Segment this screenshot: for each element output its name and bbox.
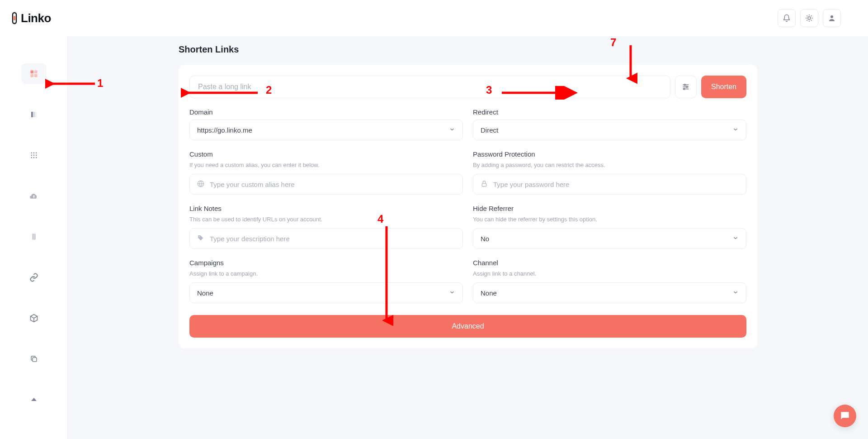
- topbar-actions: [778, 9, 868, 27]
- svg-line-9: [807, 20, 807, 20]
- shorten-card: Shorten Domain https://go.linko.me: [179, 65, 757, 348]
- svg-rect-16: [31, 112, 33, 117]
- notes-label: Link Notes: [189, 205, 463, 212]
- notes-input[interactable]: [210, 235, 455, 243]
- svg-point-20: [33, 153, 34, 153]
- globe-icon: [197, 180, 204, 189]
- svg-point-2: [808, 17, 811, 19]
- link-icon: [29, 273, 38, 282]
- url-row: Shorten: [189, 76, 746, 98]
- sidebar-item-device[interactable]: [21, 226, 47, 247]
- lock-icon: [481, 180, 488, 189]
- channel-value: None: [481, 289, 497, 297]
- chat-icon: [839, 410, 851, 422]
- notes-field: Link Notes This can be used to identify …: [189, 205, 463, 249]
- theme-toggle-button[interactable]: [800, 9, 818, 27]
- svg-point-25: [31, 157, 32, 158]
- hide-referrer-label: Hide Referrer: [473, 205, 746, 212]
- svg-point-33: [686, 86, 688, 88]
- sliders-icon: [682, 83, 690, 91]
- box-icon: [29, 314, 38, 323]
- page-title: Shorten Links: [179, 44, 757, 55]
- svg-point-23: [33, 155, 34, 156]
- shorten-button[interactable]: Shorten: [701, 76, 746, 98]
- content-scroll[interactable]: Shorten Links Shorten Domain: [68, 36, 868, 439]
- domain-value: https://go.linko.me: [197, 126, 252, 134]
- sidebar: [0, 36, 68, 439]
- topbar: Linko: [0, 0, 868, 36]
- svg-rect-15: [34, 74, 37, 77]
- channel-label: Channel: [473, 259, 746, 267]
- svg-point-26: [33, 157, 34, 158]
- advanced-button[interactable]: Advanced: [189, 315, 746, 338]
- tag-icon: [197, 234, 204, 243]
- sidebar-item-links[interactable]: [21, 267, 47, 288]
- chevron-down-icon: [732, 289, 739, 297]
- custom-help: If you need a custom alias, you can ente…: [189, 162, 463, 168]
- channel-field: Channel Assign link to a channel. None: [473, 259, 746, 303]
- svg-line-6: [811, 20, 811, 20]
- svg-rect-28: [32, 234, 36, 239]
- redirect-select[interactable]: Direct: [473, 119, 746, 140]
- redirect-value: Direct: [481, 126, 498, 134]
- chevron-down-icon: [449, 289, 455, 297]
- svg-point-24: [36, 155, 37, 156]
- custom-field: Custom If you need a custom alias, you c…: [189, 150, 463, 195]
- sidebar-item-dashboard[interactable]: [21, 63, 47, 84]
- redirect-field: Redirect Direct: [473, 108, 746, 140]
- domain-label: Domain: [189, 108, 463, 116]
- copy-icon: [30, 355, 38, 363]
- svg-rect-38: [482, 183, 486, 186]
- campaigns-select[interactable]: None: [189, 282, 463, 303]
- sun-icon: [805, 14, 813, 22]
- svg-point-27: [36, 157, 37, 158]
- user-icon: [828, 14, 836, 22]
- svg-line-5: [807, 16, 807, 16]
- svg-rect-18: [35, 112, 37, 117]
- chat-launcher[interactable]: [834, 405, 856, 427]
- svg-rect-13: [34, 71, 37, 74]
- logo-icon: [10, 12, 19, 24]
- phone-icon: [30, 232, 38, 241]
- redirect-label: Redirect: [473, 108, 746, 116]
- campaigns-value: None: [197, 289, 213, 297]
- svg-rect-29: [33, 358, 37, 362]
- hide-referrer-select[interactable]: No: [473, 228, 746, 249]
- channel-select[interactable]: None: [473, 282, 746, 303]
- chevron-down-icon: [449, 126, 455, 134]
- custom-alias-input[interactable]: [210, 181, 455, 188]
- custom-label: Custom: [189, 150, 463, 158]
- sidebar-item-box[interactable]: [21, 308, 47, 329]
- sidebar-item-qr[interactable]: [21, 145, 47, 166]
- options-toggle-button[interactable]: [675, 76, 697, 98]
- long-url-input[interactable]: [189, 76, 670, 98]
- hide-referrer-help: You can hide the referrer by settings th…: [473, 216, 746, 223]
- sidebar-item-upload[interactable]: [21, 186, 47, 206]
- sidebar-item-more[interactable]: [21, 389, 47, 410]
- svg-point-21: [36, 153, 37, 153]
- dots-grid-icon: [30, 151, 38, 159]
- user-menu-button[interactable]: [823, 9, 841, 27]
- campaigns-help: Assign link to a campaign.: [189, 270, 463, 277]
- svg-point-39: [199, 236, 200, 237]
- grid-icon: [29, 69, 38, 78]
- hide-referrer-value: No: [481, 235, 489, 243]
- svg-rect-1: [14, 16, 15, 20]
- password-field: Password Protection By adding a password…: [473, 150, 746, 195]
- sidebar-item-pages[interactable]: [21, 104, 47, 125]
- columns-icon: [30, 110, 38, 119]
- password-input[interactable]: [493, 181, 739, 188]
- svg-rect-12: [30, 71, 33, 74]
- logo[interactable]: Linko: [0, 11, 68, 25]
- domain-select[interactable]: https://go.linko.me: [189, 119, 463, 140]
- cloud-upload-icon: [29, 191, 38, 200]
- sidebar-item-copy[interactable]: [21, 348, 47, 369]
- svg-point-19: [31, 153, 32, 153]
- password-help: By adding a password, you can restrict t…: [473, 162, 746, 168]
- svg-point-22: [31, 155, 32, 156]
- svg-rect-14: [30, 74, 33, 77]
- chevron-down-icon: [732, 235, 739, 243]
- notifications-button[interactable]: [778, 9, 796, 27]
- chevron-down-icon: [732, 126, 739, 134]
- svg-line-10: [811, 16, 811, 16]
